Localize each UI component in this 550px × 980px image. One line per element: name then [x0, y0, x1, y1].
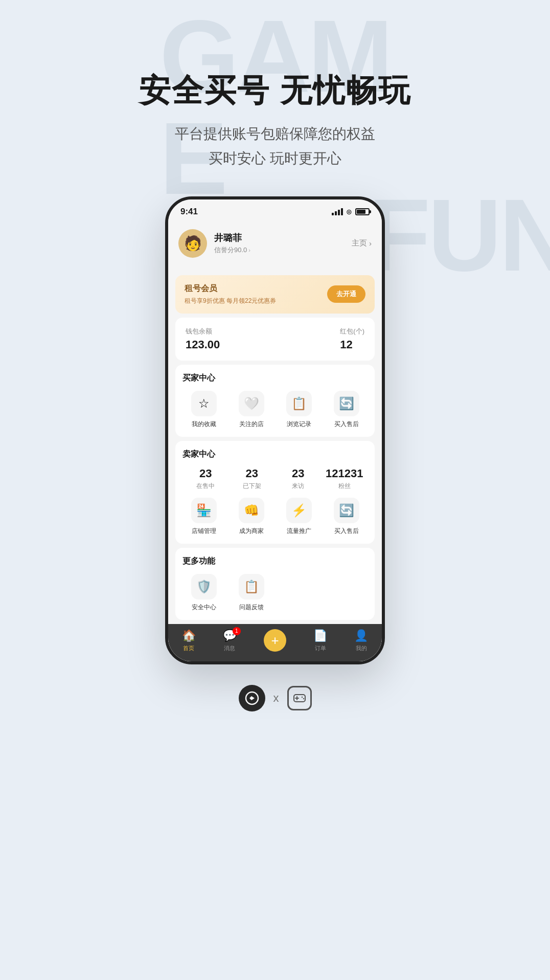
- favorites-icon: ☆: [191, 391, 217, 416]
- membership-title: 租号会员: [185, 283, 276, 294]
- profile-icon: 👤: [354, 629, 368, 642]
- game-logo: [287, 686, 312, 710]
- sell-aftersale-icon: 🔄: [334, 498, 359, 523]
- list-item[interactable]: 🔄 买入售后: [325, 498, 368, 536]
- nav-home[interactable]: 🏠 首页: [182, 629, 196, 652]
- list-item[interactable]: 🤍 关注的店: [230, 391, 272, 429]
- phone-mockup: 9:41 ⊛ 🎧 ⚙️: [165, 196, 385, 664]
- orders-icon: 📄: [313, 629, 327, 642]
- shop-manage-icon: 🏪: [191, 498, 217, 523]
- user-name: 井璐菲: [214, 232, 250, 244]
- profile-section: 🧑 井璐菲 信誉分90.0 › 主页 ›: [168, 221, 382, 266]
- nav-orders[interactable]: 📄 订单: [313, 629, 327, 652]
- list-item[interactable]: 🛡️ 安全中心: [182, 574, 225, 612]
- seller-center-grid: 🏪 店铺管理 👊 成为商家 ⚡ 流量推广 🔄: [182, 498, 368, 536]
- chevron-right-icon: ›: [369, 239, 372, 248]
- security-center-icon: 🛡️: [191, 574, 217, 599]
- more-features-title: 更多功能: [182, 556, 368, 567]
- x-separator: x: [273, 692, 279, 705]
- stat-delisted[interactable]: 23 已下架: [229, 467, 276, 491]
- signal-icon: [332, 208, 343, 215]
- status-bar: 9:41 ⊛: [168, 199, 382, 221]
- feedback-icon: 📋: [239, 574, 264, 599]
- status-icons: ⊛: [332, 208, 370, 216]
- bottom-nav: 🏠 首页 💬 1 消息 + 📄 订单: [168, 624, 382, 661]
- status-time: 9:41: [180, 207, 198, 217]
- nav-messages[interactable]: 💬 1 消息: [223, 629, 237, 652]
- battery-icon: [355, 208, 370, 215]
- header-section: 安全买号 无忧畅玩 平台提供账号包赔保障您的权益 买时安心 玩时更开心: [0, 0, 550, 171]
- app-content: 租号会员 租号享9折优惠 每月领22元优惠券 去开通 钱包余额 123.00 红…: [168, 266, 382, 661]
- svg-point-5: [303, 698, 304, 699]
- seller-center-title: 卖家中心: [182, 449, 368, 460]
- wallet-section: 钱包余额 123.00 红包(个) 12: [175, 318, 375, 361]
- traffic-promo-icon: ⚡: [286, 498, 312, 523]
- membership-card: 租号会员 租号享9折优惠 每月领22元优惠券 去开通: [175, 275, 375, 314]
- user-credit[interactable]: 信誉分90.0 ›: [214, 246, 250, 255]
- stat-followers[interactable]: 121231 粉丝: [322, 467, 368, 491]
- list-item[interactable]: 👊 成为商家: [230, 498, 272, 536]
- more-features-grid: 🛡️ 安全中心 📋 问题反馈: [182, 574, 368, 612]
- page-subtitle: 平台提供账号包赔保障您的权益 买时安心 玩时更开心: [0, 122, 550, 170]
- profile-right[interactable]: 主页 ›: [352, 238, 372, 248]
- user-info: 井璐菲 信誉分90.0 ›: [214, 232, 250, 255]
- list-item[interactable]: 🔄 买入售后: [325, 391, 368, 429]
- wallet-redpack: 红包(个) 12: [340, 327, 364, 351]
- browse-history-icon: 📋: [286, 391, 312, 416]
- become-merchant-icon: 👊: [239, 498, 264, 523]
- nav-profile[interactable]: 👤 我的: [354, 629, 368, 652]
- list-item[interactable]: 🏪 店铺管理: [182, 498, 225, 536]
- list-item[interactable]: 📋 浏览记录: [278, 391, 320, 429]
- more-features-card: 更多功能 🛡️ 安全中心 📋 问题反馈: [175, 548, 375, 620]
- buy-aftersale-icon: 🔄: [334, 391, 359, 416]
- svg-point-4: [301, 696, 302, 697]
- stat-on-sale[interactable]: 23 在售中: [182, 467, 229, 491]
- list-item[interactable]: ☆ 我的收藏: [182, 391, 225, 429]
- message-badge: 1: [233, 627, 241, 635]
- page-title: 安全买号 无忧畅玩: [0, 72, 550, 109]
- bottom-logo-section: x: [0, 664, 550, 727]
- seller-center-card: 卖家中心 23 在售中 23 已下架 23 来访: [175, 441, 375, 544]
- nav-add[interactable]: +: [264, 629, 286, 652]
- membership-activate-button[interactable]: 去开通: [327, 285, 365, 303]
- avatar: 🧑: [178, 229, 207, 258]
- add-button[interactable]: +: [264, 629, 286, 652]
- seller-stats-row: 23 在售中 23 已下架 23 来访 121231: [182, 467, 368, 491]
- buyer-center-card: 买家中心 ☆ 我的收藏 🤍 关注的店 📋 浏览记录: [175, 365, 375, 437]
- list-item[interactable]: ⚡ 流量推广: [278, 498, 320, 536]
- list-item[interactable]: 📋 问题反馈: [230, 574, 272, 612]
- profile-left: 🧑 井璐菲 信誉分90.0 ›: [178, 229, 250, 258]
- buyer-center-title: 买家中心: [182, 373, 368, 384]
- stat-visits[interactable]: 23 来访: [275, 467, 322, 491]
- credit-arrow-icon: ›: [248, 247, 250, 253]
- followed-shops-icon: 🤍: [239, 391, 264, 416]
- wifi-icon: ⊛: [346, 208, 352, 216]
- wallet-balance: 钱包余额 123.00: [186, 327, 220, 351]
- membership-desc: 租号享9折优惠 每月领22元优惠券: [185, 297, 276, 305]
- buyer-center-grid: ☆ 我的收藏 🤍 关注的店 📋 浏览记录 🔄: [182, 391, 368, 429]
- home-icon: 🏠: [182, 629, 196, 642]
- app-logo: [239, 685, 265, 711]
- phone-container: 9:41 ⊛ 🎧 ⚙️: [0, 196, 550, 664]
